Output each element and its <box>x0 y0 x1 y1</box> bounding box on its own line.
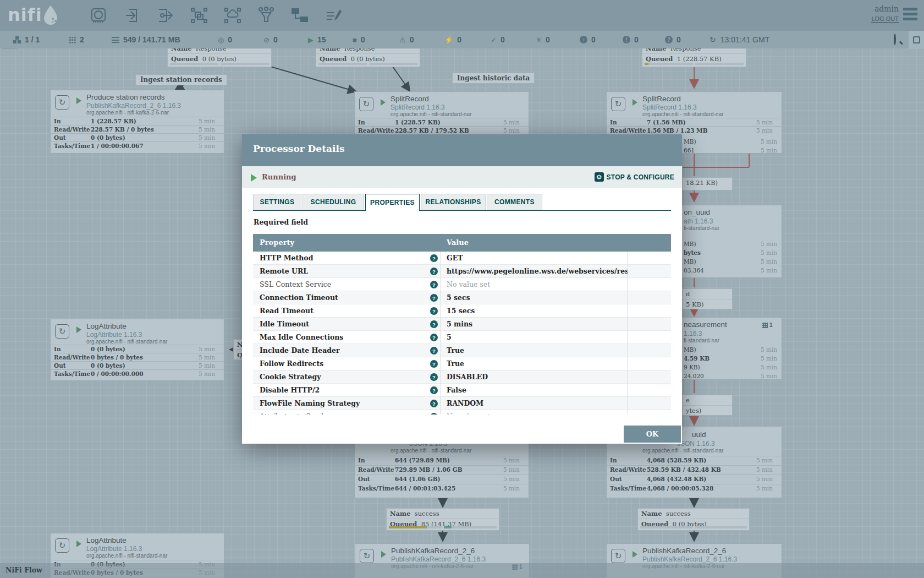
tab-comments[interactable]: COMMENTS <box>487 194 542 210</box>
stat-fragment: 661 <box>684 147 695 154</box>
processor-type-icon: ↻ <box>55 324 69 339</box>
processor-title: Produce station records <box>86 93 165 101</box>
processor-type: SplitRecord 1.16.3 <box>391 103 445 111</box>
input-port-icon[interactable] <box>123 6 141 25</box>
table-row[interactable]: Follow Redirects?True <box>253 357 671 370</box>
processor-title: PublishKafkaRecord_2_6 <box>391 547 475 555</box>
processor-type-fragment: JSON 1.16.3 <box>677 440 715 448</box>
queued-stat: 549 / 141.71 MB <box>112 31 180 48</box>
processor-type-icon: ↻ <box>611 97 625 111</box>
up-to-date-icon: ✓ <box>491 36 497 44</box>
property-column-header: Property <box>260 238 294 247</box>
invalid-icon: ⚠ <box>399 36 406 44</box>
stale-icon: ↑ <box>580 36 587 43</box>
table-row[interactable]: Max Idle Connections?5 <box>253 331 671 344</box>
dialog-tabs: SETTINGS SCHEDULING PROPERTIES RELATIONS… <box>253 194 671 211</box>
help-icon: ? <box>430 386 438 394</box>
run-status-icon <box>76 326 81 333</box>
queue-label[interactable]: Name success Queued 0 (0 bytes) <box>637 508 750 531</box>
status-bar: 1 / 1 2 549 / 141.71 MB ◎0 ⊘0 ▶15 ■0 ⚠0 … <box>0 31 924 48</box>
help-icon: ? <box>430 294 438 302</box>
processor-title: SplitRecord <box>642 95 681 103</box>
tab-scheduling[interactable]: SCHEDULING <box>302 194 364 210</box>
table-row[interactable]: Cookie Strategy?DISABLED <box>253 370 671 384</box>
search-button[interactable] <box>894 35 904 45</box>
remote-process-group-icon[interactable] <box>223 6 242 25</box>
processor-title-fragment: on_uuid <box>684 208 710 216</box>
processor-title: LogAttribute <box>86 322 127 330</box>
processor-bundle-fragment: fi-standard-nar <box>684 337 719 343</box>
processor-bundle: org.apache.nifi - nifi-standard-nar <box>391 111 471 117</box>
help-icon: ? <box>430 413 438 415</box>
disabled-icon: ⚡ <box>444 36 453 44</box>
help-icon: ? <box>430 281 438 288</box>
dialog-title: Processor Details <box>253 143 345 154</box>
running-stat: ▶15 <box>308 31 326 48</box>
stopped-stat: ■0 <box>353 31 365 48</box>
help-icon: ? <box>430 373 438 381</box>
processor-type: PublishKafkaRecord_2_6 1.16.3 <box>642 555 737 563</box>
ok-button[interactable]: OK <box>624 426 681 443</box>
active-threads-stat: 1 / 1 <box>13 31 40 48</box>
transmitting-icon: ◎ <box>218 36 224 44</box>
locally-modified-stat: ✳0 <box>536 31 550 48</box>
nifi-logo: nifi <box>8 4 59 25</box>
tab-settings[interactable]: SETTINGS <box>253 194 301 210</box>
table-row[interactable]: Attributes to Send?No value set <box>253 410 671 415</box>
disabled-stat: ⚡0 <box>444 31 461 48</box>
output-port-icon[interactable] <box>156 6 175 25</box>
tab-relationships[interactable]: RELATIONSHIPS <box>421 194 486 210</box>
grid-badge-icon <box>762 323 768 328</box>
sync-failure-stat: ?0 <box>665 31 681 48</box>
breadcrumb[interactable]: NiFi Flow <box>6 566 42 574</box>
run-status-icon <box>76 97 81 104</box>
processor-bundle: org.apache.nifi - nifi-standard-nar <box>391 448 471 454</box>
table-row[interactable]: Disable HTTP/2?False <box>253 384 671 397</box>
tab-properties[interactable]: PROPERTIES <box>365 194 420 211</box>
table-row[interactable]: Read Timeout?15 secs <box>253 304 671 318</box>
transmitting-stat: ◎0 <box>218 31 232 48</box>
processor-title: PublishKafkaRecord_2_6 <box>642 547 726 555</box>
cluster-cubes-icon <box>13 36 21 43</box>
connection-relationship-label: Ingest station records <box>135 74 227 85</box>
refresh-icon[interactable]: ↻ <box>710 35 716 44</box>
processor-logattribute-1[interactable]: ↻ LogAttribute LogAttribute 1.16.3 org.a… <box>50 319 224 381</box>
modified-stale-icon: ! <box>623 36 630 43</box>
birdseye-toggle-button[interactable] <box>909 31 924 48</box>
template-icon[interactable] <box>290 6 309 25</box>
processor-type: LogAttribute 1.16.3 <box>86 545 142 553</box>
funnel-icon[interactable] <box>257 6 276 25</box>
properties-table-header: Property Value <box>253 234 671 252</box>
processor-type: PublishKafkaRecord_2_6 1.16.3 <box>391 555 486 563</box>
table-row[interactable]: Include Date Header?True <box>253 344 671 357</box>
processor-bundle: org.apache.nifi - nifi-standard-nar <box>86 553 167 559</box>
global-menu-icon[interactable] <box>903 8 917 23</box>
processor-title-fragment: neasurement <box>684 320 727 329</box>
processor-bundle: org.apache.nifi - nifi-standard-nar <box>642 111 723 117</box>
label-icon[interactable] <box>324 6 343 25</box>
processor-produce-station-records[interactable]: ↻ Produce station records PublishKafkaRe… <box>50 90 224 154</box>
processor-type-fragment: ath 1.16.3 <box>684 217 713 225</box>
table-row[interactable]: Connection Timeout?5 secs <box>253 291 671 304</box>
birdseye-icon <box>913 36 920 43</box>
stat-window: 5 min <box>761 147 777 154</box>
stopped-icon: ■ <box>353 36 357 44</box>
logout-link[interactable]: LOG OUT <box>871 15 899 23</box>
table-row[interactable]: Remote URL?https://www.pegelonline.wsv.d… <box>253 265 671 278</box>
queue-label-fragment: d 5 KB) <box>682 288 733 309</box>
stop-configure-icon: ⚙ <box>595 172 604 182</box>
processor-bundle: org.apache.nifi - nifi-standard-nar <box>86 339 167 345</box>
run-status-icon <box>76 541 81 547</box>
run-status-icon <box>632 551 637 558</box>
processor-icon[interactable] <box>89 6 108 25</box>
table-row[interactable]: FlowFile Naming Strategy?RANDOM <box>253 397 671 410</box>
run-status-icon <box>381 99 386 106</box>
table-row[interactable]: HTTP Method?GET <box>253 252 671 265</box>
table-row[interactable]: Idle Timeout?5 mins <box>253 318 671 331</box>
process-group-icon[interactable] <box>190 6 208 25</box>
app-header: nifi admin LOG OUT <box>0 0 924 31</box>
stop-configure-button[interactable]: ⚙ STOP & CONFIGURE <box>595 172 674 182</box>
queue-label[interactable]: Name success Queued 85 (141.37 MB) <box>386 508 499 531</box>
table-row[interactable]: SSL Context Service?No value set <box>253 278 671 291</box>
breadcrumb-bar: NiFi Flow <box>0 563 924 578</box>
